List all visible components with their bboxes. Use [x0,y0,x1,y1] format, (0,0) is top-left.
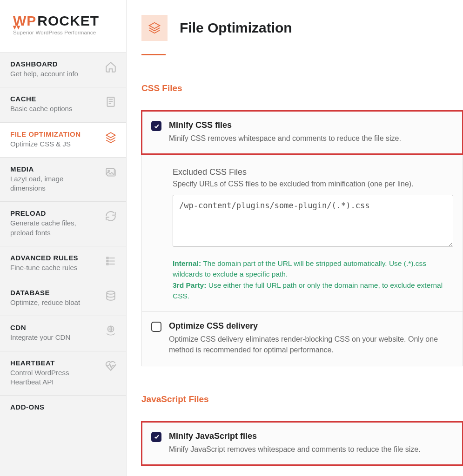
hint-3rd-text: Use either the full URL path or only the… [173,281,443,300]
setting-desc: Minify CSS removes whitespace and commen… [169,133,401,144]
sidebar-item-sub: Integrate your CDN [10,333,100,342]
section-title-js: JavaScript Files [141,394,463,404]
svg-marker-16 [149,23,160,29]
excluded-css-hint: Internal: The domain part of the URL wil… [173,258,453,301]
svg-rect-8 [107,257,108,258]
sidebar-item-label: FILE OPTIMIZATION [10,130,100,138]
setting-optimize-css-delivery: Optimize CSS delivery Optimize CSS deliv… [141,311,463,366]
home-icon [105,61,117,73]
svg-marker-4 [106,132,115,138]
sidebar-item-sub: Generate cache files, preload fonts [10,218,100,238]
sidebar-item-label: ADVANCED RULES [10,254,100,262]
hint-internal-label: Internal: [173,259,201,267]
active-tab-indicator [141,54,166,55]
database-icon [105,290,117,302]
hint-internal-text: The domain part of the URL will be strip… [173,259,426,278]
sidebar-item-dashboard[interactable]: DASHBOARD Get help, account info [0,53,126,87]
setting-minify-js: Minify JavaScript files Minify JavaScrip… [141,422,463,465]
sidebar-item-sub: Optimize CSS & JS [10,139,100,149]
sidebar-item-label: DASHBOARD [10,60,100,68]
sidebar-item-advanced-rules[interactable]: ADVANCED RULES Fine-tune cache rules [0,246,126,281]
sidebar-item-preload[interactable]: PRELOAD Generate cache files, preload fo… [0,202,126,246]
sidebar-item-label: MEDIA [10,165,100,173]
brand-logo: WP ▾▾ ROCKET Superior WordPress Performa… [0,0,126,53]
setting-excluded-css: Excluded CSS Files Specify URLs of CSS f… [141,154,463,312]
sidebar-item-sub: LazyLoad, image dimensions [10,174,100,193]
setting-title: Minify CSS files [169,120,401,130]
main-content: File Optimization CSS Files Minify CSS f… [127,0,463,476]
sidebar-item-addons[interactable]: ADD-ONS [0,396,126,419]
hint-3rd-label: 3rd Party: [173,281,206,289]
sidebar-item-sub: Optimize, reduce bloat [10,298,100,307]
setting-title: Optimize CSS delivery [169,321,453,331]
globe-hand-icon [105,324,117,337]
sidebar-item-label: PRELOAD [10,209,100,217]
page-title: File Optimization [180,20,292,36]
sidebar: WP ▾▾ ROCKET Superior WordPress Performa… [0,0,127,476]
optimize-css-checkbox[interactable] [151,322,161,332]
sidebar-item-label: DATABASE [10,289,100,297]
minify-js-checkbox[interactable] [151,432,161,442]
images-icon [105,166,117,178]
svg-point-14 [107,291,114,294]
divider [141,413,463,413]
page-icon [141,15,168,41]
setting-desc: Minify JavaScript removes whitespace and… [169,444,421,455]
sidebar-item-label: CDN [10,324,100,331]
svg-rect-12 [107,263,108,264]
sidebar-item-cache[interactable]: CACHE Basic cache options [0,87,126,122]
sliders-icon [105,255,117,267]
sidebar-item-sub: Basic cache options [10,104,100,113]
sidebar-item-label: HEARTBEAT [10,359,100,367]
logo-tagline: Superior WordPress Performance [13,30,117,35]
excluded-css-title: Excluded CSS Files [173,167,453,177]
sidebar-item-cdn[interactable]: CDN Integrate your CDN [0,316,126,351]
sidebar-item-sub: Control WordPress Heartbeat API [10,368,100,387]
excluded-css-desc: Specify URLs of CSS files to be excluded… [173,180,453,188]
sidebar-item-sub: Fine-tune cache rules [10,263,100,272]
setting-title: Minify JavaScript files [169,431,421,441]
section-title-css: CSS Files [141,83,463,93]
logo-rocket: ROCKET [37,13,99,29]
layers-icon [105,131,117,143]
setting-minify-css: Minify CSS files Minify CSS removes whit… [141,111,463,154]
sidebar-item-file-optimization[interactable]: FILE OPTIMIZATION Optimize CSS & JS [0,123,126,158]
refresh-icon [105,210,117,222]
setting-desc: Optimize CSS delivery eliminates render-… [169,334,453,355]
divider [141,102,463,102]
minify-css-checkbox[interactable] [151,121,161,131]
file-icon [105,96,117,108]
page-header: File Optimization [141,15,463,41]
sidebar-item-label: ADD-ONS [10,403,112,411]
sidebar-item-heartbeat[interactable]: HEARTBEAT Control WordPress Heartbeat AP… [0,351,126,396]
sidebar-item-database[interactable]: DATABASE Optimize, reduce bloat [0,281,126,316]
sidebar-item-label: CACHE [10,95,100,103]
svg-rect-10 [107,260,108,262]
sidebar-item-sub: Get help, account info [10,69,100,79]
sidebar-item-media[interactable]: MEDIA LazyLoad, image dimensions [0,158,126,202]
logo-wp: WP ▾▾ [13,13,36,29]
heartbeat-icon [105,360,117,372]
svg-rect-0 [107,98,114,107]
excluded-css-textarea[interactable] [173,195,453,247]
